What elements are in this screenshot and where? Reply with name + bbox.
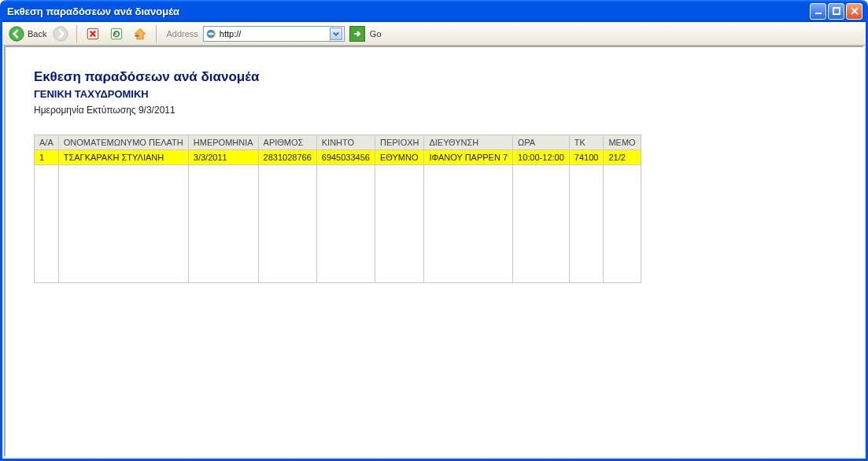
report-title: Εκθεση παραδόσεων ανά διανομέα: [34, 69, 834, 85]
browser-toolbar: Back Address Go: [2, 22, 866, 46]
home-button[interactable]: [131, 24, 150, 43]
col-time: ΩΡΑ: [513, 135, 570, 150]
cell-region: ΕΘΥΜΝΟ: [375, 150, 424, 165]
col-number: ΑΡΙΘΜΟΣ: [258, 135, 316, 150]
svg-rect-1: [833, 8, 840, 14]
content-frame: Εκθεση παραδόσεων ανά διανομέα ΓΕΝΙΚΗ ΤΑ…: [4, 46, 864, 457]
close-icon: [850, 6, 859, 16]
close-button[interactable]: [846, 3, 862, 20]
separator: [156, 25, 157, 42]
maximize-icon: [832, 6, 841, 16]
stop-button[interactable]: [83, 24, 102, 43]
table-row: 1 ΤΣΑΓΚΑΡΑΚΗ ΣΤΥΛΙΑΝΗ 3/3/2011 283102876…: [35, 150, 641, 165]
col-mobile: ΚΙΝΗΤΟ: [316, 135, 375, 150]
maximize-button[interactable]: [828, 3, 844, 20]
col-name: ΟΝΟΜΑΤΕΜΩΝΥΜΟ ΠΕΛΑΤΗ: [58, 135, 188, 150]
go-arrow-icon: [353, 29, 362, 39]
svg-rect-6: [135, 35, 139, 36]
col-aa: Α/Α: [35, 135, 59, 150]
cell-tk: 74100: [569, 150, 604, 165]
report-subtitle: ΓΕΝΙΚΗ ΤΑΧΥΔΡΟΜΙΚΗ: [34, 88, 834, 100]
cell-memo: 21/2: [604, 150, 641, 165]
cell-mobile: 6945033456: [316, 150, 375, 165]
titlebar: Εκθεση παραδόσεων ανά διανομέα: [2, 0, 866, 22]
col-region: ΠΕΡΙΟΧΗ: [375, 135, 424, 150]
stop-icon: [85, 26, 101, 42]
back-icon: [9, 26, 24, 42]
table-empty-space: [35, 165, 641, 283]
address-input[interactable]: [218, 29, 330, 39]
col-tk: ΤΚ: [569, 135, 604, 150]
back-group: Back: [7, 24, 46, 43]
minimize-button[interactable]: [810, 3, 826, 20]
home-icon: [132, 26, 148, 42]
window-title: Εκθεση παραδόσεων ανά διανομέα: [7, 6, 810, 17]
cell-date: 3/3/2011: [188, 150, 258, 165]
report-table: Α/Α ΟΝΟΜΑΤΕΜΩΝΥΜΟ ΠΕΛΑΤΗ ΗΜΕΡΟΜΗΝΙΑ ΑΡΙΘ…: [34, 135, 641, 283]
col-date: ΗΜΕΡΟΜΗΝΙΑ: [188, 135, 258, 150]
ie-icon: [205, 28, 216, 39]
chevron-down-icon: [333, 31, 339, 37]
table-header-row: Α/Α ΟΝΟΜΑΤΕΜΩΝΥΜΟ ΠΕΛΑΤΗ ΗΜΕΡΟΜΗΝΙΑ ΑΡΙΘ…: [35, 135, 641, 150]
go-button[interactable]: [349, 26, 365, 42]
address-label: Address: [166, 29, 198, 39]
window-buttons: [810, 3, 862, 20]
report-page: Εκθεση παραδόσεων ανά διανομέα ΓΕΝΙΚΗ ΤΑ…: [6, 47, 862, 305]
report-print-date: Ημερομηνία Εκτύπωσης 9/3/2011: [34, 105, 834, 116]
svg-point-3: [54, 26, 68, 40]
forward-icon: [53, 26, 68, 42]
back-button[interactable]: [7, 24, 26, 43]
back-label: Back: [28, 29, 46, 39]
cell-address: ΙΦΑΝΟΥ ΠΑΡΡΕΝ 7: [424, 150, 513, 165]
cell-aa: 1: [35, 150, 59, 165]
go-label: Go: [370, 29, 382, 39]
address-dropdown[interactable]: [330, 28, 342, 40]
app-window: Εκθεση παραδόσεων ανά διανομέα Back: [0, 0, 868, 461]
address-field[interactable]: [203, 26, 345, 42]
minimize-icon: [814, 6, 823, 16]
cell-name: ΤΣΑΓΚΑΡΑΚΗ ΣΤΥΛΙΑΝΗ: [58, 150, 188, 165]
col-address: ΔΙΕΥΘΥΝΣΗ: [424, 135, 513, 150]
col-memo: ΜΕΜΟ: [604, 135, 641, 150]
svg-rect-0: [815, 13, 822, 14]
cell-time: 10:00-12:00: [513, 150, 570, 165]
refresh-icon: [109, 26, 124, 42]
separator: [76, 25, 77, 42]
forward-button[interactable]: [51, 24, 70, 43]
svg-point-2: [9, 26, 24, 40]
refresh-button[interactable]: [107, 24, 126, 43]
cell-number: 2831028766: [258, 150, 316, 165]
